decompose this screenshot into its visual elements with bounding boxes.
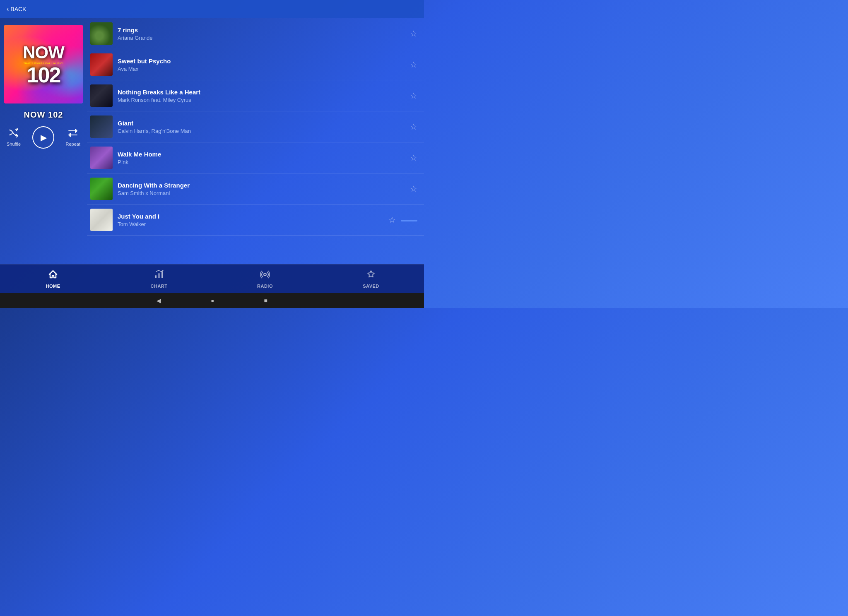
back-button[interactable]: ‹ BACK xyxy=(7,5,26,13)
track-name: Sweet but Psycho xyxy=(118,58,405,65)
album-title: NOW 102 xyxy=(24,110,63,120)
back-label: BACK xyxy=(10,6,26,12)
svg-rect-2 xyxy=(161,271,163,278)
radio-nav-icon xyxy=(260,270,270,282)
track-info: 7 rings Ariana Grande xyxy=(118,26,405,41)
play-icon: ▶ xyxy=(41,132,47,142)
track-name: Dancing With a Stranger xyxy=(118,182,405,189)
top-bar: ‹ BACK xyxy=(0,0,424,18)
repeat-icon xyxy=(67,128,79,140)
album-now-text: NOW xyxy=(4,44,83,61)
home-nav-label: HOME xyxy=(46,284,60,289)
track-info: Walk Me Home P!nk xyxy=(118,151,405,165)
back-chevron-icon: ‹ xyxy=(7,5,9,13)
shuffle-button[interactable]: Shuffle xyxy=(7,128,21,147)
track-artist: Calvin Harris, Rag'n'Bone Man xyxy=(118,128,405,134)
left-panel: NOW THAT'S WHAT I CALL MUSIC! 102 NOW 10… xyxy=(0,18,87,264)
track-name: Giant xyxy=(118,120,405,127)
track-name: 7 rings xyxy=(118,26,405,34)
album-text-overlay: NOW THAT'S WHAT I CALL MUSIC! 102 xyxy=(4,44,83,85)
album-number: 102 xyxy=(4,65,83,85)
star-button[interactable]: ☆ xyxy=(410,60,417,70)
track-item[interactable]: Sweet but Psycho Ava Max ☆ xyxy=(87,49,424,80)
shuffle-icon xyxy=(8,128,19,140)
bottom-nav: HOME CHART RADIO SAVED xyxy=(0,264,424,293)
track-thumb-art xyxy=(90,53,113,76)
nav-item-saved[interactable]: SAVED xyxy=(318,266,424,292)
track-name: Nothing Breaks Like a Heart xyxy=(118,89,405,96)
shuffle-label: Shuffle xyxy=(7,142,21,147)
track-name: Walk Me Home xyxy=(118,151,405,158)
play-button[interactable]: ▶ xyxy=(32,126,54,149)
track-thumbnail xyxy=(90,209,113,231)
track-artist: P!nk xyxy=(118,159,405,165)
track-artist: Mark Ronson feat. Miley Cyrus xyxy=(118,97,405,103)
star-button[interactable]: ☆ xyxy=(410,184,417,194)
nav-item-home[interactable]: HOME xyxy=(0,266,106,292)
track-info: Nothing Breaks Like a Heart Mark Ronson … xyxy=(118,89,405,103)
track-artist: Sam Smith x Normani xyxy=(118,190,405,196)
svg-point-3 xyxy=(264,273,266,276)
android-recent-button[interactable]: ■ xyxy=(264,297,267,304)
track-thumbnail xyxy=(90,178,113,200)
track-info: Sweet but Psycho Ava Max xyxy=(118,58,405,72)
repeat-button[interactable]: Repeat xyxy=(66,128,80,147)
track-thumb-art xyxy=(90,209,113,231)
track-name: Just You and I xyxy=(118,213,383,220)
track-thumb-art xyxy=(90,116,113,138)
track-info: Dancing With a Stranger Sam Smith x Norm… xyxy=(118,182,405,196)
nav-item-chart[interactable]: CHART xyxy=(106,266,212,292)
track-thumbnail xyxy=(90,116,113,138)
home-nav-icon xyxy=(48,270,58,282)
track-thumb-art xyxy=(90,178,113,200)
star-button[interactable]: ☆ xyxy=(410,122,417,132)
scroll-indicator xyxy=(401,220,417,221)
star-button[interactable]: ☆ xyxy=(410,29,417,38)
android-back-button[interactable]: ◀ xyxy=(157,297,161,304)
saved-nav-label: SAVED xyxy=(363,284,379,289)
track-thumbnail xyxy=(90,22,113,45)
track-artist: Ava Max xyxy=(118,66,405,72)
svg-rect-1 xyxy=(159,273,160,278)
track-info: Just You and I Tom Walker xyxy=(118,213,383,227)
nav-item-radio[interactable]: RADIO xyxy=(212,266,318,292)
chart-nav-label: CHART xyxy=(151,284,168,289)
android-home-button[interactable]: ● xyxy=(211,297,214,304)
radio-nav-label: RADIO xyxy=(257,284,273,289)
star-button[interactable]: ☆ xyxy=(410,91,417,101)
track-thumb-art xyxy=(90,22,113,45)
track-thumb-art xyxy=(90,84,113,107)
track-thumb-art xyxy=(90,147,113,169)
star-button[interactable]: ☆ xyxy=(410,153,417,163)
track-item[interactable]: Just You and I Tom Walker ☆ xyxy=(87,205,424,236)
track-item[interactable]: Giant Calvin Harris, Rag'n'Bone Man ☆ xyxy=(87,111,424,142)
track-thumbnail xyxy=(90,84,113,107)
android-bar: ◀ ● ■ xyxy=(0,293,424,308)
track-artist: Ariana Grande xyxy=(118,35,405,41)
track-item[interactable]: 7 rings Ariana Grande ☆ xyxy=(87,18,424,49)
repeat-label: Repeat xyxy=(66,142,80,147)
playback-controls: Shuffle ▶ Repeat xyxy=(7,126,80,149)
star-button[interactable]: ☆ xyxy=(388,215,396,225)
track-thumbnail xyxy=(90,53,113,76)
chart-nav-icon xyxy=(154,270,164,282)
track-item[interactable]: Nothing Breaks Like a Heart Mark Ronson … xyxy=(87,80,424,111)
track-info: Giant Calvin Harris, Rag'n'Bone Man xyxy=(118,120,405,134)
track-list: 7 rings Ariana Grande ☆ Sweet but Psycho… xyxy=(87,18,424,264)
saved-nav-icon xyxy=(366,270,376,282)
album-art: NOW THAT'S WHAT I CALL MUSIC! 102 xyxy=(4,25,83,103)
track-item[interactable]: Dancing With a Stranger Sam Smith x Norm… xyxy=(87,173,424,205)
main-content: NOW THAT'S WHAT I CALL MUSIC! 102 NOW 10… xyxy=(0,18,424,264)
track-artist: Tom Walker xyxy=(118,221,383,227)
track-item[interactable]: Walk Me Home P!nk ☆ xyxy=(87,142,424,173)
track-thumbnail xyxy=(90,147,113,169)
svg-rect-0 xyxy=(155,275,157,278)
